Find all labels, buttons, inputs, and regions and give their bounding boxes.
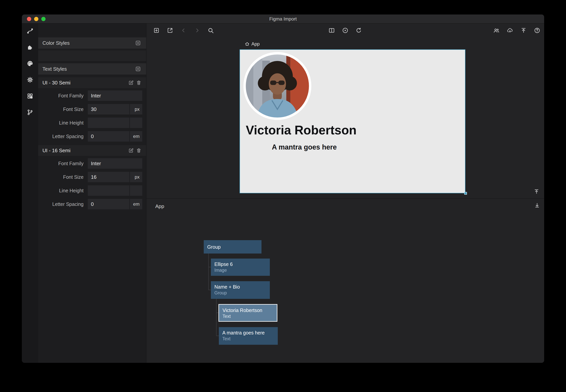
tree-connector [216, 313, 218, 313]
profile-mantra-text[interactable]: A mantra goes here [246, 143, 363, 151]
plugins-icon[interactable] [26, 43, 34, 51]
add-text-style-button[interactable] [134, 65, 142, 73]
toolbar [146, 23, 544, 37]
delete-icon[interactable] [135, 147, 143, 154]
font-family-input[interactable]: Inter [88, 90, 142, 101]
font-size-unit: px [130, 172, 142, 182]
canvas[interactable]: App [146, 37, 544, 198]
main-area: App [146, 23, 544, 363]
field-label: Font Size [40, 174, 88, 180]
branch-icon[interactable] [26, 109, 34, 116]
refresh-icon[interactable] [355, 26, 363, 35]
text-style-row[interactable]: UI - 16 Semi [38, 145, 146, 156]
tree-connector [216, 336, 219, 336]
line-height-unit [130, 118, 142, 128]
font-size-input[interactable]: 30 [88, 104, 129, 114]
breadcrumb[interactable]: App [245, 41, 260, 47]
artboard-app-frame[interactable]: Victoria Robertson A mantra goes here [240, 49, 465, 193]
field-label: Line Height [40, 188, 88, 194]
font-family-input[interactable]: Inter [88, 158, 142, 169]
zoom-window-button[interactable] [41, 17, 45, 21]
text-style-name: UI - 30 Semi [43, 80, 127, 86]
import-icon[interactable] [166, 26, 174, 35]
field-label: Font Size [40, 107, 88, 112]
line-height-unit [130, 185, 142, 196]
play-icon[interactable] [341, 26, 349, 35]
scroll-top-icon[interactable] [532, 187, 541, 196]
forward-icon[interactable] [193, 26, 201, 35]
font-size-input[interactable]: 16 [88, 172, 129, 182]
color-styles-header: Color Styles [38, 37, 146, 49]
edit-icon[interactable] [127, 79, 135, 86]
icon-rail [22, 23, 38, 363]
cloud-sync-icon[interactable] [506, 26, 514, 35]
toolbar-center [327, 26, 363, 35]
field-label: Letter Spacing [40, 201, 88, 207]
profile-name-text[interactable]: Victoria Robertson [246, 123, 363, 137]
traffic-lights [27, 14, 45, 23]
letter-spacing-unit: em [130, 131, 142, 141]
line-height-input[interactable] [88, 118, 129, 128]
styles-palette-icon[interactable] [26, 60, 34, 67]
node-label: Group [207, 244, 221, 250]
text-style-row[interactable]: UI - 30 Semi [38, 77, 146, 88]
outline-title: App [155, 203, 164, 209]
letter-spacing-row: Letter Spacing 0 em [38, 130, 146, 142]
selection-resize-handle[interactable] [464, 192, 467, 195]
node-label: Victoria Robertson [222, 307, 273, 313]
toolbar-right [492, 26, 541, 35]
font-family-row: Font Family Inter [38, 90, 146, 102]
collapse-panel-icon[interactable] [533, 201, 541, 210]
text-style-name: UI - 16 Semi [43, 148, 127, 154]
line-height-input[interactable] [88, 185, 129, 196]
node-type: Text [222, 313, 273, 319]
font-family-row: Font Family Inter [38, 157, 146, 169]
delete-icon[interactable] [135, 79, 143, 86]
collaborators-icon[interactable] [492, 26, 501, 35]
home-icon [245, 42, 250, 46]
field-label: Font Family [40, 93, 88, 98]
styles-panel: Color Styles Text Styles UI - 30 Semi [38, 23, 146, 363]
tree-node-ellipse[interactable]: Ellipse 6 Image [211, 259, 270, 276]
desktop-background: Figma Import [0, 0, 566, 392]
letter-spacing-input[interactable]: 0 [88, 199, 129, 209]
split-view-icon[interactable] [327, 26, 336, 35]
help-icon[interactable] [533, 26, 541, 35]
vector-pen-icon[interactable] [26, 27, 34, 35]
app-window: Figma Import [22, 14, 544, 363]
edit-icon[interactable] [127, 147, 135, 154]
letter-spacing-row: Letter Spacing 0 em [38, 198, 146, 210]
color-styles-empty-row [38, 51, 146, 61]
minimize-window-button[interactable] [34, 17, 38, 21]
window-title: Figma Import [22, 16, 544, 22]
tree-connector [216, 299, 217, 336]
field-label: Letter Spacing [40, 134, 88, 139]
publish-icon[interactable] [519, 26, 528, 35]
font-size-unit: px [130, 104, 142, 114]
color-styles-label: Color Styles [43, 40, 70, 46]
add-color-style-button[interactable] [134, 39, 142, 47]
node-type: Image [214, 267, 266, 273]
add-frame-icon[interactable] [152, 26, 161, 35]
close-window-button[interactable] [27, 17, 31, 21]
settings-gear-icon[interactable] [26, 76, 34, 84]
field-label: Font Family [40, 161, 88, 166]
profile-photo [243, 52, 312, 120]
tree-node-victoria-robertson[interactable]: Victoria Robertson Text [218, 304, 277, 322]
tree-node-mantra[interactable]: A mantra goes here Text [219, 327, 278, 345]
field-label: Line Height [40, 120, 88, 126]
letter-spacing-input[interactable]: 0 [88, 131, 129, 141]
node-type: Group [214, 290, 266, 296]
components-icon[interactable] [26, 92, 34, 100]
search-icon[interactable] [206, 26, 215, 35]
node-label: A mantra goes here [222, 330, 274, 336]
text-styles-label: Text Styles [43, 66, 67, 72]
toolbar-left [152, 26, 215, 35]
font-size-row: Font Size 30 px [38, 103, 146, 115]
tree-node-group[interactable]: Group [204, 240, 261, 253]
tree-node-name-bio[interactable]: Name + Bio Group [211, 281, 270, 299]
node-type: Text [222, 336, 274, 342]
breadcrumb-label: App [251, 41, 260, 47]
back-icon[interactable] [179, 26, 188, 35]
line-height-row: Line Height [38, 117, 146, 129]
